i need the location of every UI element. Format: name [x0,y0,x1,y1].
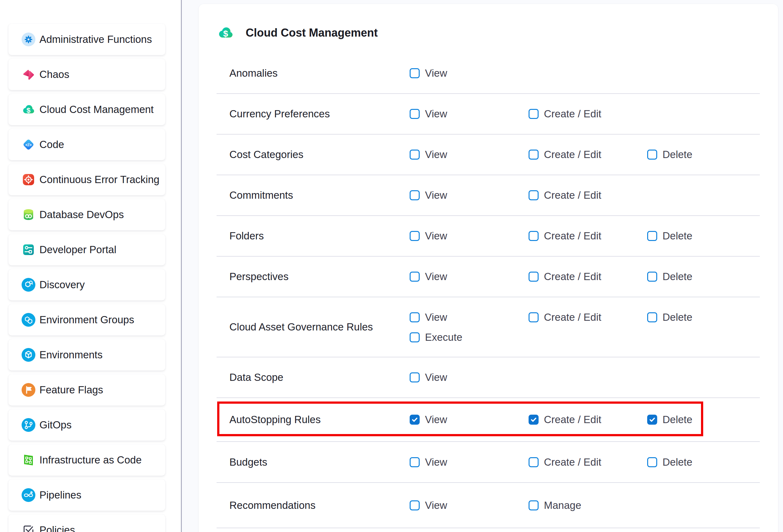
create-edit-checkbox[interactable]: Create / Edit [529,271,601,283]
create-edit-checkbox[interactable]: Create / Edit [529,414,601,426]
permission-row-budgets: Budgets View Create / Edit Delete [217,442,760,483]
feature-flags-icon [22,383,35,397]
view-checkbox[interactable]: View [410,414,447,426]
checkbox-icon[interactable] [529,272,539,282]
sidebar-item-environment-groups[interactable]: Environment Groups [8,304,165,336]
sidebar-item-label: Chaos [39,68,69,81]
checkbox-icon[interactable] [529,109,539,119]
error-tracking-icon [22,173,35,187]
module-list: Administrative Functions Chaos $ Cloud C… [0,0,181,532]
view-checkbox[interactable]: View [410,230,447,242]
delete-checkbox[interactable]: Delete [647,230,692,242]
create-edit-checkbox[interactable]: Create / Edit [529,149,601,160]
view-checkbox[interactable]: View [410,456,447,468]
permission-label: Manage [544,499,581,511]
view-checkbox[interactable]: View [410,271,447,283]
checkbox-icon[interactable] [647,415,657,425]
sidebar-item-code[interactable]: </> Code [8,129,165,160]
sidebar-item-pipelines[interactable]: Pipelines [8,479,165,511]
checkbox-icon[interactable] [647,150,657,160]
permission-label: Create / Edit [544,149,601,160]
checkbox-icon[interactable] [529,415,539,425]
resource-label: Budgets [229,456,267,468]
checkbox-icon[interactable] [410,415,420,425]
create-edit-checkbox[interactable]: Create / Edit [529,230,601,242]
sidebar-item-chaos[interactable]: Chaos [8,59,165,90]
permission-label: Delete [662,456,692,468]
view-checkbox[interactable]: View [410,189,447,201]
code-icon: </> [22,138,35,152]
view-checkbox[interactable]: View [410,499,447,511]
permission-row-perspectives: Perspectives View Create / Edit Delete [217,257,760,297]
view-checkbox[interactable]: View [410,67,447,79]
checkbox-icon[interactable] [410,150,420,160]
sidebar-item-database-devops[interactable]: Database DevOps [8,199,165,230]
create-edit-checkbox[interactable]: Create / Edit [529,108,601,120]
resource-label: Perspectives [229,271,288,283]
permission-label: View [425,456,447,468]
execute-checkbox[interactable]: Execute [410,332,462,343]
sidebar-item-label: Code [39,138,64,151]
checkbox-icon[interactable] [410,372,420,382]
checkbox-icon[interactable] [529,190,539,200]
sidebar-item-cloud-cost-management[interactable]: $ Cloud Cost Management [8,94,165,125]
permission-label: Delete [662,414,692,426]
delete-checkbox[interactable]: Delete [647,414,692,426]
sidebar-item-continuous-error-tracking[interactable]: Continuous Error Tracking [8,164,165,195]
checkbox-icon[interactable] [647,457,657,467]
pipelines-icon [22,488,35,502]
delete-checkbox[interactable]: Delete [647,456,692,468]
view-checkbox[interactable]: View [410,311,447,323]
view-checkbox[interactable]: View [410,372,447,383]
checkbox-icon[interactable] [410,500,420,510]
sidebar-item-infrastructure-as-code[interactable]: Infrastructure as Code [8,444,165,476]
sidebar-item-gitops[interactable]: GitOps [8,409,165,441]
create-edit-checkbox[interactable]: Create / Edit [529,189,601,201]
checkbox-icon[interactable] [529,457,539,467]
view-checkbox[interactable]: View [410,108,447,120]
create-edit-checkbox[interactable]: Create / Edit [529,456,601,468]
permission-label: Create / Edit [544,108,601,120]
checkbox-icon[interactable] [410,457,420,467]
sidebar-item-policies[interactable]: Policies [8,514,165,532]
delete-checkbox[interactable]: Delete [647,311,692,323]
resource-label: Data Scope [229,372,283,383]
delete-checkbox[interactable]: Delete [647,271,692,283]
checkbox-icon[interactable] [529,312,539,322]
checkbox-icon[interactable] [529,150,539,160]
sidebar-item-label: Policies [39,524,75,532]
checkbox-icon[interactable] [410,332,420,342]
manage-checkbox[interactable]: Manage [529,499,581,511]
checkbox-icon[interactable] [647,231,657,241]
panel-title: Cloud Cost Management [246,26,378,39]
checkbox-icon[interactable] [410,312,420,322]
view-checkbox[interactable]: View [410,149,447,160]
gitops-icon [22,418,35,432]
checkbox-icon[interactable] [529,500,539,510]
checkbox-icon[interactable] [647,312,657,322]
developer-portal-icon [22,243,35,257]
sidebar-item-environments[interactable]: Environments [8,339,165,371]
checkbox-icon[interactable] [529,231,539,241]
cloud-dollar-icon: $ [217,26,234,40]
permission-row-cloud-asset-governance-rules: Cloud Asset Governance Rules View Create… [217,297,760,357]
sidebar-item-feature-flags[interactable]: Feature Flags [8,374,165,406]
checkbox-icon[interactable] [410,68,420,78]
sidebar-item-label: Environment Groups [39,314,134,326]
checkbox-icon[interactable] [410,231,420,241]
sidebar-item-administrative-functions[interactable]: Administrative Functions [8,24,165,55]
checkbox-icon[interactable] [410,190,420,200]
resource-label: Currency Preferences [229,108,330,120]
sidebar-item-discovery[interactable]: Discovery [8,269,165,301]
sidebar-item-developer-portal[interactable]: Developer Portal [8,234,165,265]
delete-checkbox[interactable]: Delete [647,149,692,160]
resource-label: Recommendations [229,499,315,511]
checkbox-icon[interactable] [410,109,420,119]
checkbox-icon[interactable] [410,272,420,282]
checkbox-icon[interactable] [647,272,657,282]
permission-row-commitments: Commitments View Create / Edit [217,175,760,216]
resource-label: Cloud Asset Governance Rules [229,321,373,333]
permission-label: Delete [662,149,692,160]
environments-icon [22,348,35,362]
create-edit-checkbox[interactable]: Create / Edit [529,311,601,323]
